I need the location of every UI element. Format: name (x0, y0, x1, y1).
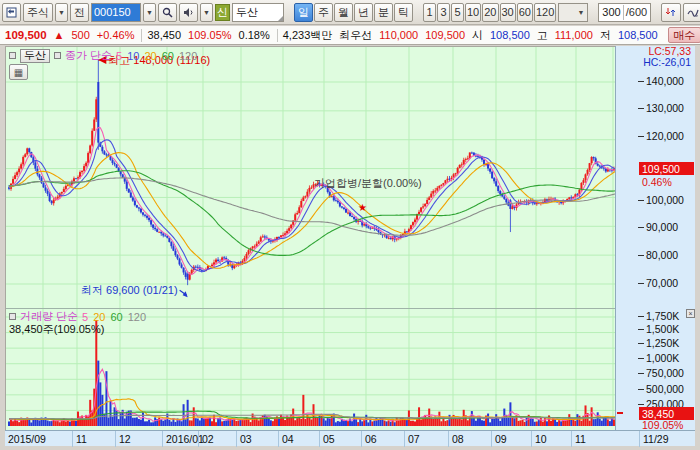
quote-cell: 시 (472, 28, 483, 43)
trendline-button[interactable] (683, 3, 700, 22)
period-button-년[interactable]: 년 (354, 3, 373, 22)
chevron-down-icon: ▼ (58, 9, 65, 16)
interval-button-30[interactable]: 30 (500, 3, 516, 22)
legend-toggle-icon[interactable] (54, 52, 61, 59)
quote-cell: ▲ (54, 29, 65, 41)
hc-value: HC:-26,01 (643, 56, 691, 68)
legend-stock-name: 두산 (20, 49, 50, 63)
bar-count-value: 300 (602, 6, 620, 18)
divider (491, 431, 492, 447)
axis-tick-label: 70,000 (646, 277, 678, 289)
speaker-button[interactable] (179, 3, 198, 22)
stock-name-field[interactable]: 두산 (232, 3, 284, 22)
divider (115, 431, 116, 447)
time-axis-label: 07 (408, 433, 420, 445)
divider (277, 29, 278, 42)
ma-period-10: 10 (127, 50, 139, 62)
window-switch-button[interactable] (2, 3, 21, 22)
ma-period-60: 60 (162, 50, 174, 62)
ma-period-5: 5 (82, 311, 88, 323)
bar-count-max: /600 (626, 6, 647, 18)
search-icon (162, 7, 173, 18)
interval-button-60[interactable]: 60 (517, 3, 533, 22)
ma-period-20: 20 (144, 50, 156, 62)
prev-stock-button[interactable]: 전 (70, 3, 89, 22)
chevron-down-icon: ▼ (577, 9, 584, 16)
interval-select[interactable]: ▼ (558, 3, 588, 22)
period-button-일[interactable]: 일 (294, 3, 313, 22)
divider (571, 431, 572, 447)
code-dropdown-button[interactable]: ▼ (143, 3, 156, 22)
ma-period-20: 20 (93, 311, 105, 323)
time-axis-label: 2015/09 (8, 433, 46, 445)
category-select-value: 주식 (27, 5, 49, 20)
buy-button[interactable]: 매수 (668, 27, 700, 43)
ma-period-5: 5 (116, 50, 122, 62)
divider (361, 431, 362, 447)
axis-tick-label: 1,750K (646, 310, 679, 322)
period-button-틱[interactable]: 틱 (394, 3, 413, 22)
divider (623, 5, 624, 20)
speaker-dropdown-button[interactable]: ▼ (200, 3, 213, 22)
quote-cell: 0.18% (239, 29, 270, 41)
compare-button[interactable] (661, 3, 681, 22)
divider (141, 29, 142, 42)
legend-toggle-icon[interactable] (9, 52, 16, 59)
interval-button-3[interactable]: 3 (437, 3, 450, 22)
period-button-주[interactable]: 주 (314, 3, 333, 22)
trendline-icon (687, 6, 699, 18)
category-select[interactable]: 주식 (23, 3, 53, 22)
divider (448, 431, 449, 447)
interval-button-1[interactable]: 1 (423, 3, 436, 22)
interval-button-10[interactable]: 10 (465, 3, 481, 22)
quote-cell: 최우선 (339, 28, 372, 43)
axis-tick-label: 100,000 (646, 194, 684, 206)
axis-tick-label: 140,000 (646, 75, 684, 87)
quote-cell: +0.46% (97, 29, 135, 41)
quote-cell: 500 (71, 29, 89, 41)
divider (531, 431, 532, 447)
price-axis-panel[interactable]: LC:57,33 HC:-26,01 140,000130,000120,000… (615, 46, 695, 430)
prev-stock-label: 전 (74, 5, 85, 20)
chevron-down-icon: ▼ (203, 9, 210, 16)
quote-cell: 저 (600, 28, 611, 43)
chart-grid-button[interactable]: ▦ (9, 64, 28, 80)
legend-toggle-icon[interactable] (9, 313, 16, 320)
time-axis-label: 11 (76, 433, 87, 445)
price-legend: 두산 종가 단순 5102060120 (9, 48, 197, 63)
svg-text:기업합병/분할(0.00%): 기업합병/분할(0.00%) (314, 177, 422, 189)
axis-tick-label: 120,000 (646, 130, 684, 142)
period-button-월[interactable]: 월 (334, 3, 353, 22)
interval-button-20[interactable]: 20 (482, 3, 498, 22)
stock-code-input[interactable] (91, 3, 141, 22)
current-price-pct: 0.46% (642, 176, 672, 188)
time-axis-label: 12 (119, 433, 131, 445)
time-axis-label: 03 (240, 433, 252, 445)
new-stock-badge: 신 (215, 4, 230, 21)
axis-tick-label: 1,250K (646, 337, 679, 349)
quote-cell: 110,000 (379, 29, 418, 41)
interval-button-5[interactable]: 5 (451, 3, 464, 22)
candlestick-chart-canvas[interactable]: 최고 148,000 (11/16)최저 69,600 (01/21)기업합병/… (6, 47, 616, 431)
ma-period-60: 60 (110, 311, 122, 323)
window-frame-right (696, 46, 700, 450)
divider (278, 431, 279, 447)
quote-cell: 109.05% (188, 29, 231, 41)
interval-button-120[interactable]: 120 (534, 3, 556, 22)
category-dropdown-button[interactable]: ▼ (55, 3, 68, 22)
time-axis-label: 09 (495, 433, 507, 445)
axis-tick-label: 130,000 (646, 102, 684, 114)
stock-search-button[interactable] (158, 3, 177, 22)
pane-collapse-icon[interactable]: × (686, 309, 695, 318)
time-axis-bar[interactable]: 2015/0911122016/010203040506070809101111… (5, 430, 695, 446)
period-button-분[interactable]: 분 (374, 3, 393, 22)
volume-ma-periods: 52060120 (82, 311, 146, 323)
time-axis-label: 11 (575, 433, 586, 445)
current-volume-pct: 109.05% (642, 419, 683, 431)
resize-grip[interactable] (278, 16, 283, 21)
quote-cell: 111,000 (555, 29, 593, 41)
bar-count-field[interactable]: 300 /600 (598, 3, 651, 22)
axis-tick-label: 90,000 (646, 221, 678, 233)
divider (162, 431, 163, 447)
volume-readout: 38,450주(109.05%) (9, 322, 104, 337)
